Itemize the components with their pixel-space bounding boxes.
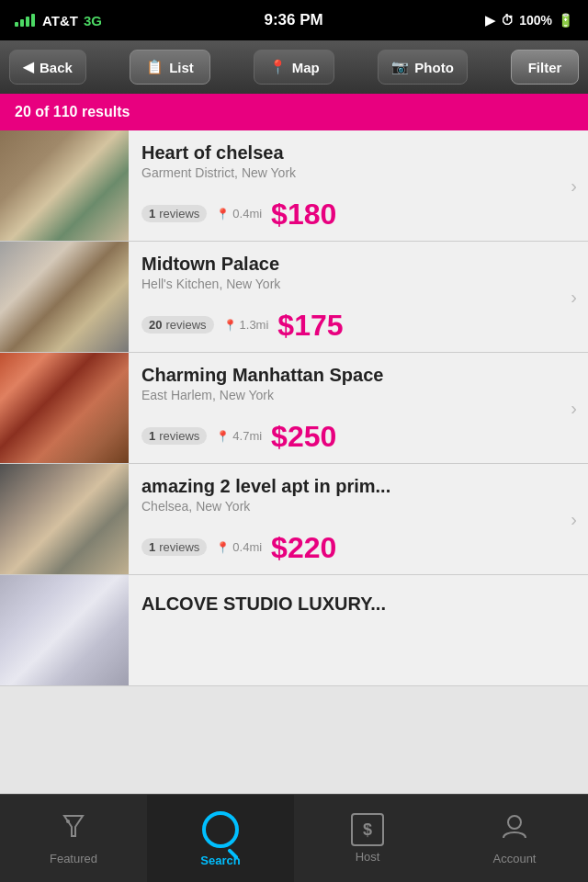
listing-info: amazing 2 level apt in prim... Chelsea, … xyxy=(129,464,588,574)
signal-bar-1 xyxy=(15,22,18,27)
tab-host[interactable]: $ Host xyxy=(294,795,441,882)
back-button[interactable]: ◀ Back xyxy=(9,50,86,85)
signal-bar-3 xyxy=(26,17,29,27)
photo-label: Photo xyxy=(414,60,454,75)
review-count: 20 xyxy=(149,318,162,332)
status-left: AT&T 3G xyxy=(15,13,102,28)
nav-bar: ◀ Back 📋 List 📍 Map 📷 Photo Filter xyxy=(0,40,588,94)
listing-info: Heart of chelsea Garment District, New Y… xyxy=(129,130,588,241)
listing-title: amazing 2 level apt in prim... xyxy=(141,475,577,497)
signal-bars xyxy=(15,14,35,27)
listing-item[interactable]: Heart of chelsea Garment District, New Y… xyxy=(0,130,588,242)
host-label: Host xyxy=(356,850,380,864)
back-label: Back xyxy=(40,60,73,75)
listing-meta: 1 reviews 📍 0.4mi $220 xyxy=(141,529,577,565)
map-button[interactable]: 📍 Map xyxy=(254,50,334,85)
listing-meta: 20 reviews 📍 1.3mi $175 xyxy=(141,307,577,343)
search-icon-wrap xyxy=(200,809,241,850)
distance-value: 4.7mi xyxy=(232,429,262,443)
distance-value: 0.4mi xyxy=(232,540,262,554)
map-pin-icon: 📍 xyxy=(269,59,287,75)
review-label: reviews xyxy=(159,429,199,443)
review-label: reviews xyxy=(165,318,206,332)
listing-info: Midtown Palace Hell's Kitchen, New York … xyxy=(129,242,588,352)
chevron-right-icon: › xyxy=(571,509,577,530)
listing-title: Charming Manhattan Space xyxy=(141,364,577,386)
chevron-right-icon: › xyxy=(571,175,577,197)
listing-item-partial[interactable]: ALCOVE STUDIO LUXURY... xyxy=(0,575,588,686)
battery-icon: 🔋 xyxy=(558,13,573,28)
tab-featured[interactable]: Featured xyxy=(0,795,147,882)
list-button[interactable]: 📋 List xyxy=(130,50,210,85)
filter-button[interactable]: Filter xyxy=(511,50,579,85)
photo-button[interactable]: 📷 Photo xyxy=(378,50,468,85)
review-label: reviews xyxy=(159,540,199,554)
tab-search[interactable]: Search xyxy=(147,795,294,882)
featured-label: Featured xyxy=(50,852,97,865)
listing-distance: 📍 0.4mi xyxy=(216,540,262,554)
listing-info: Charming Manhattan Space East Harlem, Ne… xyxy=(129,353,588,463)
results-text: 20 of 110 results xyxy=(15,104,130,120)
listing-meta: 1 reviews 📍 0.4mi $180 xyxy=(141,196,577,232)
featured-icon xyxy=(59,812,88,848)
reviews-badge: 1 reviews xyxy=(141,427,207,445)
listing-price: $180 xyxy=(271,198,336,232)
signal-bar-2 xyxy=(20,19,24,27)
location-icon: ▶ xyxy=(485,13,495,28)
list-icon: 📋 xyxy=(146,59,164,75)
camera-icon: 📷 xyxy=(391,59,409,75)
status-time: 9:36 PM xyxy=(264,11,322,29)
tab-account[interactable]: Account xyxy=(441,795,588,882)
pin-icon: 📍 xyxy=(216,208,230,220)
pin-icon: 📍 xyxy=(216,430,230,443)
signal-bar-4 xyxy=(31,14,35,27)
svg-point-1 xyxy=(508,816,521,829)
listing-price: $175 xyxy=(277,309,343,343)
clock-icon: ⏱ xyxy=(501,13,514,28)
carrier-label: AT&T xyxy=(42,13,78,28)
listings-container: Heart of chelsea Garment District, New Y… xyxy=(0,130,588,686)
distance-value: 1.3mi xyxy=(240,318,269,332)
reviews-badge: 1 reviews xyxy=(141,205,207,222)
listing-location: Chelsea, New York xyxy=(141,499,577,514)
distance-value: 0.4mi xyxy=(232,207,262,220)
tab-bar: Featured Search $ Host Account xyxy=(0,794,588,882)
account-label: Account xyxy=(493,852,537,865)
listing-distance: 📍 4.7mi xyxy=(216,429,262,443)
battery-label: 100% xyxy=(519,13,552,28)
listing-title: Midtown Palace xyxy=(141,253,577,275)
listing-location: East Harlem, New York xyxy=(141,388,577,402)
listing-item[interactable]: Midtown Palace Hell's Kitchen, New York … xyxy=(0,242,588,353)
status-right: ▶ ⏱ 100% 🔋 xyxy=(485,13,573,28)
pin-icon: 📍 xyxy=(216,541,230,554)
listing-price: $250 xyxy=(271,420,336,454)
review-count: 1 xyxy=(149,429,155,443)
listing-item[interactable]: amazing 2 level apt in prim... Chelsea, … xyxy=(0,464,588,575)
reviews-badge: 1 reviews xyxy=(141,538,207,556)
listing-thumbnail xyxy=(0,242,129,352)
listing-thumbnail xyxy=(0,130,129,241)
network-label: 3G xyxy=(84,13,102,28)
listing-price: $220 xyxy=(271,531,336,565)
search-icon xyxy=(202,811,239,848)
listing-title-partial: ALCOVE STUDIO LUXURY... xyxy=(141,594,577,615)
list-label: List xyxy=(169,60,194,75)
listing-item[interactable]: Charming Manhattan Space East Harlem, Ne… xyxy=(0,353,588,464)
listing-location: Hell's Kitchen, New York xyxy=(141,277,577,291)
back-icon: ◀ xyxy=(23,59,34,75)
listing-info-partial: ALCOVE STUDIO LUXURY... xyxy=(129,575,588,685)
listing-location: Garment District, New York xyxy=(141,165,577,180)
chevron-right-icon: › xyxy=(571,287,577,308)
results-banner: 20 of 110 results xyxy=(0,94,588,130)
listing-distance: 📍 0.4mi xyxy=(216,207,262,220)
listing-meta: 1 reviews 📍 4.7mi $250 xyxy=(141,418,577,454)
account-icon xyxy=(500,812,529,848)
filter-label: Filter xyxy=(528,60,562,75)
status-bar: AT&T 3G 9:36 PM ▶ ⏱ 100% 🔋 xyxy=(0,0,588,40)
map-label: Map xyxy=(292,60,320,75)
pin-icon: 📍 xyxy=(223,319,237,332)
host-icon: $ xyxy=(351,813,384,846)
svg-point-0 xyxy=(66,820,70,823)
listing-thumbnail xyxy=(0,575,129,685)
listing-thumbnail xyxy=(0,464,129,574)
